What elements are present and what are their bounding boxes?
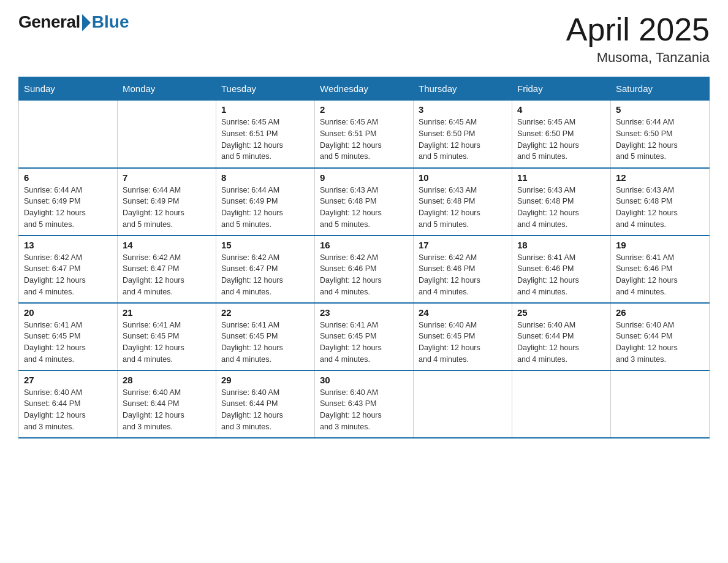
day-info: Sunrise: 6:41 AM Sunset: 6:45 PM Dayligh… <box>123 320 211 366</box>
day-info: Sunrise: 6:45 AM Sunset: 6:50 PM Dayligh… <box>517 117 605 163</box>
header-monday: Monday <box>118 77 216 101</box>
day-info: Sunrise: 6:42 AM Sunset: 6:46 PM Dayligh… <box>419 252 507 298</box>
day-info: Sunrise: 6:45 AM Sunset: 6:50 PM Dayligh… <box>419 117 507 163</box>
day-number: 22 <box>221 307 309 318</box>
day-number: 17 <box>419 240 507 250</box>
day-info: Sunrise: 6:42 AM Sunset: 6:47 PM Dayligh… <box>221 252 309 298</box>
calendar-cell: 5Sunrise: 6:44 AM Sunset: 6:50 PM Daylig… <box>611 101 710 168</box>
header-saturday: Saturday <box>611 77 710 101</box>
calendar-cell: 27Sunrise: 6:40 AM Sunset: 6:44 PM Dayli… <box>19 370 118 438</box>
day-info: Sunrise: 6:40 AM Sunset: 6:44 PM Dayligh… <box>616 320 704 366</box>
logo-general-text: General <box>18 12 80 32</box>
page-title: April 2025 <box>566 12 710 47</box>
day-info: Sunrise: 6:45 AM Sunset: 6:51 PM Dayligh… <box>221 117 309 163</box>
day-info: Sunrise: 6:43 AM Sunset: 6:48 PM Dayligh… <box>320 185 408 231</box>
calendar-cell: 9Sunrise: 6:43 AM Sunset: 6:48 PM Daylig… <box>315 168 414 236</box>
calendar-cell: 18Sunrise: 6:41 AM Sunset: 6:46 PM Dayli… <box>512 236 611 303</box>
day-number: 7 <box>123 172 211 183</box>
day-number: 16 <box>320 240 408 250</box>
day-info: Sunrise: 6:40 AM Sunset: 6:44 PM Dayligh… <box>517 320 605 366</box>
calendar-cell <box>414 370 512 438</box>
day-info: Sunrise: 6:43 AM Sunset: 6:48 PM Dayligh… <box>517 185 605 231</box>
calendar-cell: 8Sunrise: 6:44 AM Sunset: 6:49 PM Daylig… <box>216 168 315 236</box>
day-number: 3 <box>419 104 507 115</box>
calendar-cell: 4Sunrise: 6:45 AM Sunset: 6:50 PM Daylig… <box>512 101 611 168</box>
day-info: Sunrise: 6:44 AM Sunset: 6:50 PM Dayligh… <box>616 117 704 163</box>
day-info: Sunrise: 6:41 AM Sunset: 6:45 PM Dayligh… <box>221 320 309 366</box>
day-info: Sunrise: 6:45 AM Sunset: 6:51 PM Dayligh… <box>320 117 408 163</box>
header-friday: Friday <box>512 77 611 101</box>
calendar-cell: 24Sunrise: 6:40 AM Sunset: 6:45 PM Dayli… <box>414 303 512 370</box>
day-number: 25 <box>517 307 605 318</box>
header-tuesday: Tuesday <box>216 77 315 101</box>
calendar-week-row: 27Sunrise: 6:40 AM Sunset: 6:44 PM Dayli… <box>19 370 710 438</box>
day-number: 14 <box>123 240 211 250</box>
calendar-cell: 3Sunrise: 6:45 AM Sunset: 6:50 PM Daylig… <box>414 101 512 168</box>
logo-blue-text: Blue <box>92 12 129 32</box>
day-number: 18 <box>517 240 605 250</box>
day-info: Sunrise: 6:41 AM Sunset: 6:45 PM Dayligh… <box>320 320 408 366</box>
calendar-cell: 25Sunrise: 6:40 AM Sunset: 6:44 PM Dayli… <box>512 303 611 370</box>
day-info: Sunrise: 6:40 AM Sunset: 6:43 PM Dayligh… <box>320 387 408 433</box>
calendar-cell <box>118 101 216 168</box>
day-info: Sunrise: 6:40 AM Sunset: 6:44 PM Dayligh… <box>221 387 309 433</box>
day-info: Sunrise: 6:43 AM Sunset: 6:48 PM Dayligh… <box>419 185 507 231</box>
calendar-table: SundayMondayTuesdayWednesdayThursdayFrid… <box>18 77 710 439</box>
header-sunday: Sunday <box>19 77 118 101</box>
calendar-cell: 19Sunrise: 6:41 AM Sunset: 6:46 PM Dayli… <box>611 236 710 303</box>
logo-triangle-icon <box>82 14 91 31</box>
day-info: Sunrise: 6:44 AM Sunset: 6:49 PM Dayligh… <box>221 185 309 231</box>
calendar-cell: 22Sunrise: 6:41 AM Sunset: 6:45 PM Dayli… <box>216 303 315 370</box>
day-number: 15 <box>221 240 309 250</box>
day-info: Sunrise: 6:42 AM Sunset: 6:47 PM Dayligh… <box>123 252 211 298</box>
calendar-cell: 11Sunrise: 6:43 AM Sunset: 6:48 PM Dayli… <box>512 168 611 236</box>
logo: General Blue <box>18 12 129 32</box>
day-info: Sunrise: 6:42 AM Sunset: 6:46 PM Dayligh… <box>320 252 408 298</box>
day-number: 23 <box>320 307 408 318</box>
day-number: 29 <box>221 375 309 385</box>
calendar-cell: 15Sunrise: 6:42 AM Sunset: 6:47 PM Dayli… <box>216 236 315 303</box>
day-number: 21 <box>123 307 211 318</box>
page-header: General Blue April 2025 Musoma, Tanzania <box>18 12 710 66</box>
day-info: Sunrise: 6:41 AM Sunset: 6:46 PM Dayligh… <box>517 252 605 298</box>
calendar-cell: 13Sunrise: 6:42 AM Sunset: 6:47 PM Dayli… <box>19 236 118 303</box>
calendar-cell: 16Sunrise: 6:42 AM Sunset: 6:46 PM Dayli… <box>315 236 414 303</box>
calendar-cell: 7Sunrise: 6:44 AM Sunset: 6:49 PM Daylig… <box>118 168 216 236</box>
header-thursday: Thursday <box>414 77 512 101</box>
calendar-cell: 1Sunrise: 6:45 AM Sunset: 6:51 PM Daylig… <box>216 101 315 168</box>
calendar-cell: 6Sunrise: 6:44 AM Sunset: 6:49 PM Daylig… <box>19 168 118 236</box>
day-info: Sunrise: 6:40 AM Sunset: 6:44 PM Dayligh… <box>24 387 112 433</box>
day-number: 9 <box>320 172 408 183</box>
calendar-cell: 12Sunrise: 6:43 AM Sunset: 6:48 PM Dayli… <box>611 168 710 236</box>
day-number: 27 <box>24 375 112 385</box>
day-number: 12 <box>616 172 704 183</box>
calendar-week-row: 20Sunrise: 6:41 AM Sunset: 6:45 PM Dayli… <box>19 303 710 370</box>
day-number: 8 <box>221 172 309 183</box>
title-section: April 2025 Musoma, Tanzania <box>566 12 710 66</box>
day-number: 24 <box>419 307 507 318</box>
day-info: Sunrise: 6:41 AM Sunset: 6:45 PM Dayligh… <box>24 320 112 366</box>
day-number: 5 <box>616 104 704 115</box>
calendar-header-row: SundayMondayTuesdayWednesdayThursdayFrid… <box>19 77 710 101</box>
calendar-cell: 21Sunrise: 6:41 AM Sunset: 6:45 PM Dayli… <box>118 303 216 370</box>
day-info: Sunrise: 6:40 AM Sunset: 6:45 PM Dayligh… <box>419 320 507 366</box>
calendar-week-row: 6Sunrise: 6:44 AM Sunset: 6:49 PM Daylig… <box>19 168 710 236</box>
calendar-cell: 2Sunrise: 6:45 AM Sunset: 6:51 PM Daylig… <box>315 101 414 168</box>
calendar-cell: 20Sunrise: 6:41 AM Sunset: 6:45 PM Dayli… <box>19 303 118 370</box>
day-number: 13 <box>24 240 112 250</box>
page-subtitle: Musoma, Tanzania <box>566 50 710 66</box>
day-number: 2 <box>320 104 408 115</box>
calendar-cell <box>19 101 118 168</box>
day-number: 30 <box>320 375 408 385</box>
day-number: 4 <box>517 104 605 115</box>
header-wednesday: Wednesday <box>315 77 414 101</box>
day-number: 6 <box>24 172 112 183</box>
calendar-cell: 14Sunrise: 6:42 AM Sunset: 6:47 PM Dayli… <box>118 236 216 303</box>
day-number: 19 <box>616 240 704 250</box>
calendar-cell: 26Sunrise: 6:40 AM Sunset: 6:44 PM Dayli… <box>611 303 710 370</box>
day-number: 20 <box>24 307 112 318</box>
calendar-cell: 28Sunrise: 6:40 AM Sunset: 6:44 PM Dayli… <box>118 370 216 438</box>
calendar-cell: 29Sunrise: 6:40 AM Sunset: 6:44 PM Dayli… <box>216 370 315 438</box>
day-info: Sunrise: 6:44 AM Sunset: 6:49 PM Dayligh… <box>123 185 211 231</box>
calendar-cell <box>611 370 710 438</box>
